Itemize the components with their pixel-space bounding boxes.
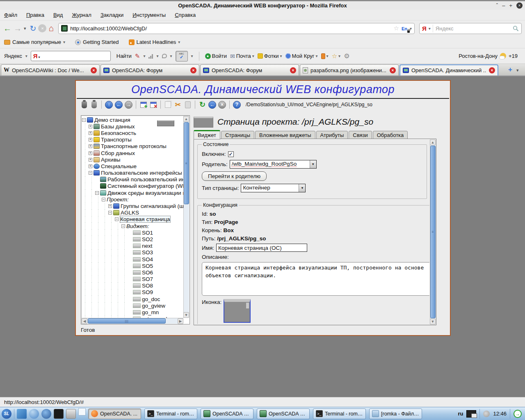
- history-chevron-icon[interactable]: ▾: [24, 26, 26, 31]
- tree-row-SO2[interactable]: SO2: [82, 236, 183, 242]
- tree-toggle-icon[interactable]: +: [89, 131, 92, 135]
- spellcheck-chevron-icon[interactable]: ▾: [191, 54, 193, 58]
- tree-row-SO8[interactable]: SO8: [82, 283, 183, 289]
- tree-row-SO7[interactable]: SO7: [82, 276, 183, 283]
- tree-label[interactable]: Транспортные протоколы: [101, 143, 167, 149]
- add-item-icon[interactable]: +: [139, 100, 148, 109]
- description-textarea[interactable]: Корневая страница интерфейса визуализаци…: [202, 262, 429, 296]
- tree-toggle-icon[interactable]: −: [115, 217, 119, 221]
- tree-row-SO4[interactable]: SO4: [82, 256, 183, 262]
- tree-label[interactable]: SO8: [142, 283, 153, 289]
- my-circle-item[interactable]: Мой Круг▾: [285, 53, 318, 59]
- taskbar-window-5[interactable]: [romka - Файл…: [369, 409, 422, 419]
- tree-label[interactable]: Демо станция: [94, 117, 130, 123]
- tree-label[interactable]: Движок среды визуализации и: [107, 190, 183, 196]
- yandex-input-caret-icon[interactable]: ▾: [39, 55, 40, 59]
- tree-row--[interactable]: +Специальные: [82, 163, 183, 169]
- tree-row--[interactable]: +Безопасность: [82, 130, 183, 136]
- tree-label[interactable]: go_mn: [142, 309, 159, 315]
- menu-item-6[interactable]: Справка: [175, 12, 196, 18]
- forward-icon[interactable]: →: [14, 24, 22, 32]
- favorites-chevron-icon[interactable]: ▾: [338, 54, 340, 58]
- terminal-launcher-icon[interactable]: [54, 409, 64, 419]
- bookmark-item-0[interactable]: Самые популярные▾: [4, 39, 65, 45]
- start-icon[interactable]: ←: [208, 100, 217, 109]
- tree-toggle-icon[interactable]: −: [95, 191, 99, 195]
- comments-chevron-icon[interactable]: ▾: [170, 54, 172, 58]
- panel-tab-2[interactable]: Вложенные виджеты: [255, 131, 315, 139]
- tree-row--[interactable]: +Транспорты: [82, 137, 183, 143]
- photos-chevron-icon[interactable]: ▾: [280, 54, 282, 58]
- tree-row-go_doc[interactable]: go_doc: [82, 296, 183, 302]
- yandex-search-input[interactable]: Я ▾: [31, 51, 111, 61]
- tree-vscroll-thumb[interactable]: ≡: [184, 122, 189, 204]
- minimize-button[interactable]: –: [502, 2, 505, 9]
- door-item[interactable]: ▾: [321, 53, 329, 59]
- url-bar[interactable]: http://localhost:10002/WebCfgD/ ☆ En ▾: [58, 23, 415, 34]
- tree-label[interactable]: next: [142, 243, 153, 249]
- name-input[interactable]: Корневая страница (ОС): [216, 244, 307, 252]
- tree-row--[interactable]: −Корневая страница: [82, 216, 183, 223]
- tree-label[interactable]: SO6: [142, 269, 153, 276]
- panel-tab-4[interactable]: Связи: [349, 131, 372, 139]
- next-icon[interactable]: →: [124, 100, 133, 109]
- photos-item[interactable]: Фотки▾: [258, 53, 282, 59]
- tree-toggle-icon[interactable]: +: [89, 158, 92, 162]
- mail-launcher-icon[interactable]: [41, 409, 51, 419]
- menu-item-4[interactable]: Закладки: [100, 12, 123, 18]
- tree-label[interactable]: Проект:: [107, 196, 129, 203]
- reload-icon[interactable]: ↻: [30, 24, 37, 33]
- menu-item-0[interactable]: Файл: [4, 12, 17, 18]
- tree-row-go_gview[interactable]: go_gview: [82, 302, 183, 309]
- tree-toggle-icon[interactable]: +: [89, 151, 92, 155]
- new-tab-button[interactable]: +: [508, 66, 512, 74]
- refresh-icon[interactable]: ↻: [198, 100, 207, 109]
- bookmark-item-1[interactable]: Getting Started: [75, 39, 119, 45]
- bookmark-star-icon[interactable]: ☆: [393, 25, 399, 32]
- tree-toggle-icon[interactable]: −: [82, 118, 86, 122]
- tree-row-SO9[interactable]: SO9: [82, 289, 183, 296]
- menu-item-2[interactable]: Вид: [53, 12, 63, 18]
- tree-row--[interactable]: Рабочий пользовательский ин: [82, 176, 183, 183]
- tree-label[interactable]: go_doc: [142, 296, 160, 302]
- browser-tab-4[interactable]: OpenSCADA. Динамический ...×: [399, 64, 498, 75]
- tree-label[interactable]: Группы сигнализаций (ш: [121, 203, 183, 209]
- tree-label[interactable]: SO9: [142, 289, 153, 295]
- tree-label[interactable]: Системный конфигуратор (WE: [107, 183, 183, 189]
- tree-label[interactable]: Специальные: [101, 163, 137, 169]
- tree-label[interactable]: AGLKS: [121, 210, 139, 216]
- tree-horizontal-scrollbar[interactable]: ◀ ||| ▶: [82, 318, 183, 324]
- edit-chevron-icon[interactable]: ▾: [143, 54, 145, 58]
- tree-row-next[interactable]: next: [82, 243, 183, 249]
- load-icon[interactable]: [80, 100, 89, 109]
- tree-label[interactable]: go_gview: [142, 303, 165, 309]
- tab-list-chevron-icon[interactable]: ▾: [516, 68, 519, 73]
- form-scroll-down-icon[interactable]: ▼: [430, 319, 436, 324]
- tree-label[interactable]: Транспорты: [101, 137, 132, 143]
- tree-row-go_mn[interactable]: go_mn: [82, 309, 183, 315]
- tree-row-SO3[interactable]: SO3: [82, 249, 183, 256]
- panel-tab-0[interactable]: Виджет: [194, 130, 220, 139]
- tree-label[interactable]: Безопасность: [101, 130, 136, 136]
- tree-row-SO5[interactable]: SO5: [82, 262, 183, 269]
- enabled-checkbox[interactable]: ✓: [228, 151, 234, 157]
- tree-row-SO6[interactable]: SO6: [82, 269, 183, 276]
- parent-dropdown-icon[interactable]: ▼: [310, 160, 316, 168]
- server-launcher-icon[interactable]: [66, 409, 76, 419]
- previous-icon[interactable]: ←: [114, 100, 123, 109]
- delete-item-icon[interactable]: ×: [149, 100, 158, 109]
- form-vertical-scrollbar[interactable]: ▲ ≡ ▼: [430, 139, 436, 324]
- menu-item-3[interactable]: Журнал: [72, 12, 91, 18]
- home-icon[interactable]: ⌂: [48, 23, 54, 33]
- up-icon[interactable]: ↑: [105, 100, 113, 109]
- taskbar-window-3[interactable]: OpenSCADA …: [257, 409, 310, 419]
- tree-label[interactable]: Корневая страница: [120, 216, 171, 223]
- show-desktop-button[interactable]: [78, 408, 86, 415]
- tree-row--[interactable]: +Транспортные протоколы: [82, 143, 183, 150]
- tree-toggle-icon[interactable]: −: [89, 171, 92, 175]
- mail-chevron-icon[interactable]: ▾: [252, 54, 254, 58]
- desktop-launcher-icon[interactable]: [17, 409, 27, 419]
- weather-city[interactable]: Ростов-на-Дону: [459, 53, 498, 59]
- login-item[interactable]: ●Войти: [205, 53, 227, 59]
- page-type-value[interactable]: Контейнер: [241, 184, 299, 192]
